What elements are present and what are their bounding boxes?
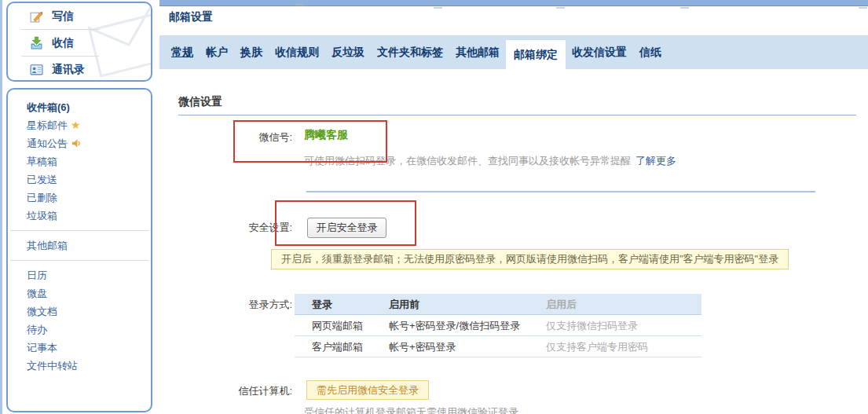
- qq-mail-settings-screen: 写信 收信 通讯录 收件箱(6): [0, 0, 868, 414]
- app-label: 日历: [27, 269, 47, 281]
- page-title: 邮箱设置: [169, 10, 213, 24]
- section-underline: [178, 115, 856, 115]
- wechat-settings-title: 微信设置: [178, 95, 222, 109]
- sidebar-separator: [10, 260, 148, 261]
- cell-before: 帐号+密码登录/微信扫码登录: [389, 315, 546, 335]
- app-label: 微盘: [27, 288, 47, 299]
- top-dash: [680, 7, 689, 9]
- sidebar-item-sent[interactable]: 已发送: [8, 170, 151, 189]
- sidebar-item-junk[interactable]: 垃圾箱: [8, 207, 151, 225]
- sidebar-item-other-mailbox[interactable]: 其他邮箱: [8, 236, 151, 255]
- sidebar-item-starred[interactable]: 星标邮件★: [8, 116, 151, 134]
- tab-skin[interactable]: 换肤: [234, 35, 269, 69]
- sidebar-item-announcements[interactable]: 通知公告: [8, 134, 151, 152]
- tab-general[interactable]: 常规: [165, 35, 200, 69]
- folder-label: 其他邮箱: [27, 240, 68, 251]
- cell-before: 帐号+密码登录: [389, 336, 546, 357]
- require-secure-login-badge: 需先启用微信安全登录: [306, 380, 429, 400]
- top-dash: [296, 4, 303, 5]
- folder-label: 垃圾箱: [27, 210, 57, 222]
- top-dash: [556, 7, 565, 9]
- tab-antispam[interactable]: 反垃圾: [325, 35, 371, 69]
- column-header-before: 启用前: [389, 294, 546, 314]
- tab-mailbox-binding[interactable]: 邮箱绑定: [506, 40, 566, 69]
- top-dash: [434, 7, 442, 9]
- secure-login-tooltip: 开启后，须重新登录邮箱；无法使用原密码登录，网页版请使用微信扫码，客户端请使用"…: [271, 249, 789, 269]
- learn-more-link[interactable]: 了解更多: [635, 155, 676, 167]
- security-settings-label: 安全设置:: [189, 221, 292, 235]
- sidebar-item-notebook[interactable]: 记事本: [8, 339, 151, 357]
- trusted-computer-label: 信任计算机:: [189, 384, 292, 398]
- tab-mail-rules[interactable]: 收信规则: [269, 35, 325, 69]
- settings-tabbar: 常规 帐户 换肤 收信规则 反垃圾 文件夹和标签 其他邮箱 邮箱绑定 收发信设置…: [159, 35, 868, 69]
- cell-client: 网页端邮箱: [295, 315, 389, 335]
- tab-send-receive[interactable]: 收发信设置: [566, 35, 633, 69]
- folder-label: 通知公告: [27, 137, 68, 149]
- sidebar-item-weidrive[interactable]: 微盘: [8, 284, 151, 302]
- sidebar-item-deleted[interactable]: 已删除: [8, 189, 151, 207]
- table-header-row: 登录 启用前 启用后: [295, 294, 701, 315]
- app-label: 待办: [27, 324, 47, 335]
- sidebar-folders-box: 收件箱(6) 星标邮件★ 通知公告 草稿箱 已发送 已删除 垃圾箱 其他邮箱: [6, 88, 152, 412]
- tab-account[interactable]: 帐户: [200, 35, 234, 69]
- tab-stationery[interactable]: 信纸: [633, 35, 668, 69]
- folder-label: 已删除: [27, 192, 57, 203]
- content-top-bar: [159, 0, 868, 6]
- row-divider: [306, 191, 815, 192]
- speaker-icon: [71, 136, 82, 154]
- cell-client: 客户端邮箱: [295, 336, 389, 357]
- sidebar-item-file-transfer[interactable]: 文件中转站: [8, 357, 151, 375]
- folder-label: 草稿箱: [27, 156, 57, 167]
- table-row-client-mail: 客户端邮箱 帐号+密码登录 仅支持客户端专用密码: [295, 336, 701, 357]
- login-methods-table: 登录 启用前 启用后 网页端邮箱 帐号+密码登录/微信扫码登录 仅支持微信扫码登…: [295, 294, 701, 357]
- sidebar-separator: [10, 230, 148, 231]
- sidebar-action-label: 收信: [52, 36, 74, 50]
- sidebar-item-todo[interactable]: 待办: [8, 321, 151, 339]
- description-text: 可使用微信扫码登录，在微信收发邮件、查找同事以及接收帐号异常提醒: [304, 155, 631, 167]
- app-label: 微文档: [27, 306, 57, 317]
- wechat-id-description: 可使用微信扫码登录，在微信收发邮件、查找同事以及接收帐号异常提醒了解更多: [304, 154, 676, 168]
- sidebar-item-receive[interactable]: 收信: [8, 30, 151, 56]
- top-dash: [859, 7, 867, 9]
- cell-after: 仅支持客户端专用密码: [546, 336, 701, 357]
- column-header-after: 启用后: [546, 294, 701, 314]
- sidebar-item-weidocs[interactable]: 微文档: [8, 302, 151, 321]
- compose-icon: [30, 9, 43, 23]
- sidebar-item-contacts[interactable]: 通讯录: [8, 57, 151, 82]
- folder-label: 星标邮件: [27, 119, 68, 131]
- tab-folders-labels[interactable]: 文件夹和标签: [371, 35, 449, 69]
- login-methods-label: 登录方式:: [189, 298, 292, 312]
- app-label: 记事本: [27, 342, 57, 354]
- sidebar-action-label: 通讯录: [52, 63, 85, 77]
- sidebar-item-inbox[interactable]: 收件箱(6): [8, 98, 151, 116]
- folder-label: 收件箱(6): [27, 101, 70, 113]
- sidebar-item-drafts[interactable]: 草稿箱: [8, 152, 151, 170]
- star-icon: ★: [71, 119, 81, 131]
- app-label: 文件中转站: [27, 360, 78, 372]
- sidebar-actions-box: 写信 收信 通讯录: [6, 2, 152, 82]
- tab-other-mailbox[interactable]: 其他邮箱: [449, 35, 506, 69]
- inbox-icon: [30, 36, 43, 49]
- wechat-id-label: 微信号:: [189, 130, 292, 145]
- table-row-web-mail: 网页端邮箱 帐号+密码登录/微信扫码登录 仅支持微信扫码登录: [295, 315, 701, 336]
- window-left-edge: [0, 0, 2, 414]
- column-header-login: 登录: [295, 294, 389, 314]
- sidebar-item-compose[interactable]: 写信: [8, 3, 151, 29]
- enable-secure-login-button[interactable]: 开启安全登录: [307, 218, 386, 238]
- cell-after: 仅支持微信扫码登录: [546, 315, 701, 335]
- wechat-id-value: 腾曦客服: [304, 128, 348, 142]
- contacts-icon: [30, 63, 43, 76]
- sidebar-action-label: 写信: [52, 9, 74, 24]
- sidebar-item-calendar[interactable]: 日历: [8, 266, 151, 284]
- folder-label: 已发送: [27, 174, 57, 185]
- trusted-computer-description: 受信任的计算机登录邮箱无需使用微信验证登录: [304, 405, 518, 414]
